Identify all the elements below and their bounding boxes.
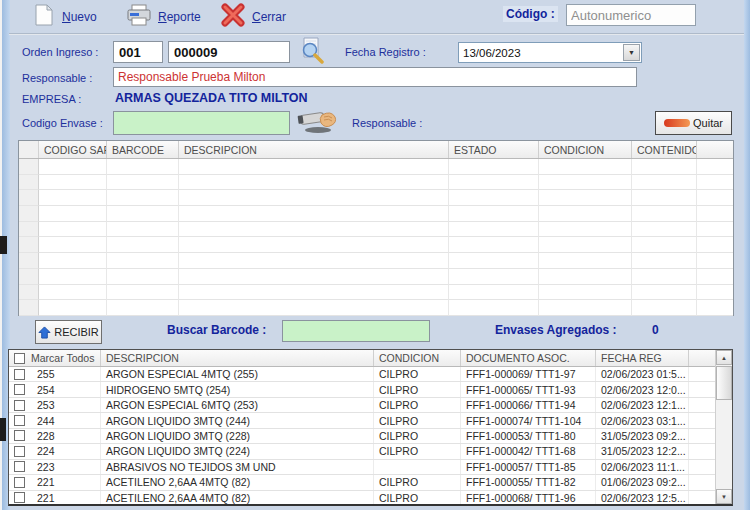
header-descripcion[interactable]: DESCRIPCION (101, 350, 374, 366)
row-stub (689, 367, 715, 381)
row-condicion: CILPRO (374, 398, 461, 412)
responsable-input[interactable] (113, 67, 637, 87)
chevron-down-icon[interactable]: ▼ (623, 44, 640, 61)
header-condicion[interactable]: CONDICION (374, 350, 461, 366)
table-row[interactable]: 221ACETILENO 2,6AA 4MTQ (82)CILPROFFF1-0… (9, 475, 715, 490)
screen-edge-artifact (0, 418, 6, 441)
scroll-down-icon[interactable]: ▼ (716, 489, 732, 504)
cerrar-label: Cerrar (252, 10, 286, 24)
row-checkbox[interactable] (14, 369, 25, 380)
search-icon (298, 37, 326, 64)
barcode-scanner-icon[interactable] (296, 106, 340, 138)
scroll-up-icon[interactable]: ▲ (716, 350, 732, 365)
row-documento: FFF1-000069/ TTT1-97 (461, 367, 596, 381)
table-row[interactable]: 253ARGON ESPECIAL 6MTQ (253)CILPROFFF1-0… (9, 398, 715, 413)
row-codigo: 255 (37, 368, 55, 380)
empty-row (19, 285, 733, 301)
row-checkbox[interactable] (14, 477, 25, 488)
row-condicion: CILPRO (374, 367, 461, 381)
table-row[interactable]: 221ACETILENO 2,6AA 4MTQ (82)CILPROFFF1-0… (9, 491, 715, 505)
select-all-checkbox[interactable] (14, 353, 25, 364)
table-row[interactable]: 223ABRASIVOS NO TEJIDOS 3M UNDFFF1-00005… (9, 460, 715, 475)
recibir-button[interactable]: RECIBIR (35, 320, 102, 344)
row-checkbox[interactable] (14, 492, 25, 503)
row-select-cell: 253 (9, 398, 101, 412)
row-fecha: 02/06/2023 12:5... (596, 491, 689, 505)
header-barcode[interactable]: BARCODE (107, 141, 179, 158)
row-checkbox[interactable] (14, 415, 25, 426)
row-documento: FFF1-000053/ TTT1-80 (461, 429, 596, 443)
empty-row (19, 190, 733, 206)
row-checkbox[interactable] (14, 430, 25, 441)
empty-row (19, 206, 733, 222)
window-border-right (744, 0, 750, 510)
recibir-label: RECIBIR (54, 326, 99, 338)
vertical-scrollbar[interactable]: ▲ ▼ (715, 350, 732, 504)
codigo-envase-input[interactable] (113, 111, 290, 135)
row-descripcion: ARGON ESPECIAL 6MTQ (253) (101, 398, 374, 412)
row-condicion: CILPRO (374, 429, 461, 443)
header-fecha-reg[interactable]: FECHA REG (596, 350, 689, 366)
row-codigo: 221 (37, 476, 55, 488)
table-row[interactable]: 228ARGON LIQUIDO 3MTQ (228)CILPROFFF1-00… (9, 429, 715, 444)
row-checkbox[interactable] (14, 384, 25, 395)
header-contenido[interactable]: CONTENIDO (632, 141, 697, 158)
row-codigo: 223 (37, 461, 55, 473)
row-select-cell: 221 (9, 475, 101, 489)
header-estado[interactable]: ESTADO (449, 141, 539, 158)
reporte-button[interactable]: Reporte (122, 3, 205, 31)
pending-table[interactable]: Marcar Todos DESCRIPCION CONDICION DOCUM… (8, 349, 733, 506)
row-stub (689, 382, 715, 396)
orden-serie-input[interactable] (113, 41, 163, 63)
search-document-button[interactable] (298, 37, 326, 68)
row-documento: FFF1-000057/ TTT1-85 (461, 460, 596, 474)
screen-edge-artifact (0, 236, 7, 254)
quitar-button[interactable]: Quitar (655, 111, 732, 135)
row-header-gutter (19, 141, 39, 158)
table-row[interactable]: 224ARGON LIQUIDO 3MTQ (224)CILPROFFF1-00… (9, 444, 715, 459)
header-documento-asoc[interactable]: DOCUMENTO ASOC. (461, 350, 596, 366)
row-codigo: 254 (37, 384, 55, 396)
header-descripcion[interactable]: DESCRIPCION (179, 141, 449, 158)
buscar-barcode-label: Buscar Barcode : (167, 323, 266, 337)
row-condicion (374, 460, 461, 474)
header-codigo-sap[interactable]: CODIGO SAP (39, 141, 107, 158)
header-condicion[interactable]: CONDICION (539, 141, 632, 158)
row-descripcion: ACETILENO 2,6AA 4MTQ (82) (101, 491, 374, 505)
nuevo-button[interactable]: Nuevo (28, 3, 101, 31)
header-stub (697, 141, 733, 158)
responsable-envase-label: Responsable : (352, 117, 422, 129)
cerrar-button[interactable]: Cerrar (216, 3, 290, 31)
printer-icon (126, 4, 152, 30)
envases-table[interactable]: CODIGO SAP BARCODE DESCRIPCION ESTADO CO… (18, 140, 734, 316)
row-codigo: 244 (37, 415, 55, 427)
codigo-label: Código : (503, 6, 558, 22)
table-row[interactable]: 244ARGON LIQUIDO 3MTQ (244)CILPROFFF1-00… (9, 413, 715, 428)
row-documento: FFF1-000065/ TTT1-93 (461, 382, 596, 396)
scrollbar-thumb[interactable] (716, 366, 732, 400)
empty-row (19, 175, 733, 191)
buscar-barcode-input[interactable] (282, 320, 430, 342)
empty-row (19, 159, 733, 175)
row-checkbox[interactable] (14, 400, 25, 411)
header-marcar-todos[interactable]: Marcar Todos (9, 350, 101, 366)
header-stub (689, 350, 715, 366)
table-row[interactable]: 254HIDROGENO 5MTQ (254)CILPROFFF1-000065… (9, 382, 715, 397)
arrow-up-icon (38, 326, 51, 339)
row-descripcion: ARGON ESPECIAL 4MTQ (255) (101, 367, 374, 381)
codigo-input[interactable] (566, 4, 696, 26)
fecha-registro-label: Fecha Registro : (345, 46, 426, 58)
row-checkbox[interactable] (14, 461, 25, 472)
fecha-registro-combobox[interactable]: 13/06/2023 ▼ (458, 42, 642, 63)
row-documento: FFF1-000068/ TTT1-96 (461, 491, 596, 505)
empty-row (19, 222, 733, 238)
orden-numero-input[interactable] (168, 41, 290, 63)
row-descripcion: HIDROGENO 5MTQ (254) (101, 382, 374, 396)
row-fecha: 01/06/2023 09:2... (596, 475, 689, 489)
envases-agregados-label: Envases Agregados : (495, 323, 617, 337)
row-fecha: 02/06/2023 03:1... (596, 413, 689, 427)
remove-dash-icon (664, 119, 690, 127)
row-checkbox[interactable] (14, 446, 25, 457)
responsable-label: Responsable : (22, 72, 92, 84)
table-row[interactable]: 255ARGON ESPECIAL 4MTQ (255)CILPROFFF1-0… (9, 367, 715, 382)
